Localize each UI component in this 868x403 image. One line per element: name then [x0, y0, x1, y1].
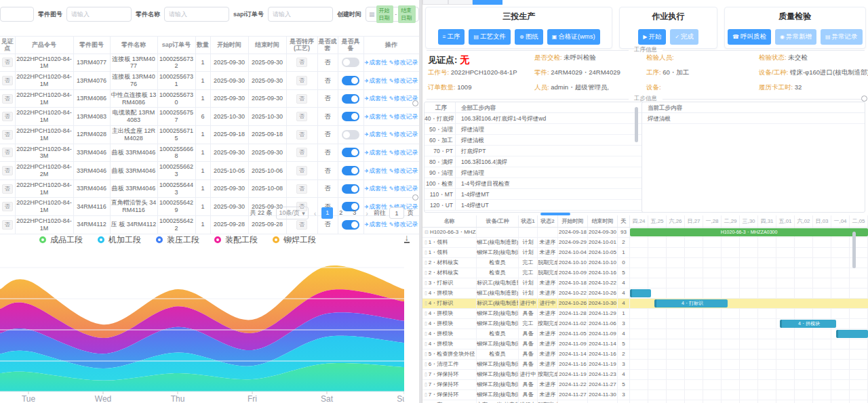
end-date-placeholder[interactable]: 结束日期	[398, 5, 416, 23]
cell-start: 2025-10-30	[210, 108, 248, 126]
ready-toggle[interactable]	[342, 148, 359, 157]
gantt-task-row[interactable]: ▯4・拼模块 铆工(核电制造部)计划 未进序2024-10-22 2024-10…	[422, 289, 630, 299]
gantt-task-row[interactable]: ▯6・清理工件 铆焊工段(核电制造部)具备 未进序2024-11-16 2024…	[422, 360, 630, 370]
gantt-task-row[interactable]: ▯3・打标识 标识工(核电制造部)计划 未进序2024-10-18 2024-1…	[422, 278, 630, 289]
gantt-bar[interactable]	[836, 330, 868, 338]
resize-handle[interactable]	[412, 100, 418, 106]
sap-order-input[interactable]	[268, 7, 333, 22]
异常新增-button[interactable]: ◉异常新增	[775, 29, 816, 45]
异常记录-button[interactable]: ▤异常记录	[821, 29, 863, 45]
page-number-2[interactable]: 2	[335, 207, 347, 219]
resize-handle[interactable]	[412, 194, 418, 200]
gantt-task-row[interactable]: ▯2・材料核实 检查员完工 脱期完成2024-10-10 2024-10-100	[422, 258, 630, 268]
legend-item[interactable]: 机加工段	[98, 234, 141, 246]
gantt-task-row[interactable]: ▯1・领料 铆焊工段(核电制造部)计划 未进序2024-10-04 2024-1…	[422, 248, 630, 258]
legend-item[interactable]: 铆焊工段	[273, 234, 316, 246]
step-row[interactable]: 60・加工焊缝清根	[425, 135, 647, 146]
cell-kit: 否	[317, 144, 338, 162]
ready-toggle[interactable]	[342, 76, 359, 85]
modify-record-link[interactable]: ✎修改记录	[389, 167, 418, 174]
kit-link[interactable]: ✈成套性	[365, 113, 388, 120]
created-date-range-picker[interactable]: ▦ 开始日期 - 结束日期	[366, 7, 419, 22]
modify-record-link[interactable]: ✎修改记录	[389, 77, 418, 84]
prev-page-button[interactable]: ‹	[312, 209, 319, 217]
ready-toggle[interactable]	[342, 166, 359, 175]
gantt-bar[interactable]: H1020-66-3・MHZZA0300	[630, 228, 868, 236]
part-drawing-no-input[interactable]	[66, 7, 132, 22]
gantt-task-row[interactable]: ▯4・打标识 标识工(核电制造部)进行中 进行中2024-10-26 2024-…	[422, 299, 630, 309]
tab-active[interactable]	[473, 0, 502, 5]
step-row[interactable]: 50・清理焊缝清理	[425, 124, 647, 135]
kit-link[interactable]: ✈成套性	[365, 221, 388, 228]
step-row[interactable]: 120・UT1-4焊缝UT	[425, 200, 647, 211]
page-number-3[interactable]: 3	[349, 207, 360, 219]
legend-item[interactable]: 装压工段	[156, 234, 199, 246]
工艺文件-button[interactable]: ▤工艺文件	[469, 29, 511, 45]
kit-link[interactable]: ✈成套性	[365, 131, 388, 137]
gantt-task-row[interactable]: ▯8・车 立车-2.5米(核电制造部)进行中 脱期完成2024-09-25 20…	[422, 400, 630, 403]
step-row[interactable]: 70・PT打底焊PT	[425, 146, 647, 156]
ready-toggle[interactable]	[342, 112, 359, 121]
gantt-bar[interactable]	[630, 289, 651, 297]
modify-record-link[interactable]: ✎修改记录	[389, 131, 418, 137]
modify-record-link[interactable]: ✎修改记录	[389, 113, 418, 120]
合格证(wms)-button[interactable]: ▣合格证(wms)	[547, 29, 600, 45]
part-name-input[interactable]	[164, 7, 229, 22]
gantt-bar[interactable]: 4・拼模块	[780, 320, 835, 328]
tab-stub-1[interactable]	[422, 0, 448, 5]
kit-link[interactable]: ✈成套性	[365, 149, 388, 156]
ready-toggle[interactable]	[342, 184, 359, 194]
step-row[interactable]: 100・检查1-4号焊缝目视检查	[425, 178, 647, 189]
gantt-task-row[interactable]: ▯5・检查拼全块外径 检查员具备 未进序2024-11-14 2024-11-1…	[422, 349, 630, 360]
modify-record-link[interactable]: ✎修改记录	[389, 185, 418, 192]
page-size-select[interactable]: 10条/页 ▾	[276, 207, 309, 219]
开始-button[interactable]: ▶开始	[638, 29, 666, 45]
filter-stub-input[interactable]	[0, 7, 34, 22]
完成-button[interactable]: ✓完成	[670, 29, 698, 45]
download-icon[interactable]: ↓	[404, 233, 410, 243]
工序-button[interactable]: ≡工序	[438, 29, 465, 45]
step-row[interactable]: 40・打底焊106.3和106.4打底焊1-4号焊缝wd	[425, 113, 647, 124]
goto-page-input[interactable]	[389, 207, 404, 219]
gantt-task-row[interactable]: ▯1・领料 铆工(核电制造部)计划 未进序2024-09-29 2024-10-…	[422, 238, 630, 248]
step-row[interactable]: 90・清理焊缝清理	[425, 167, 647, 178]
legend-item[interactable]: 装配工段	[214, 234, 258, 246]
ready-toggle[interactable]	[342, 94, 359, 104]
cell-transfer: 否	[286, 72, 317, 90]
gantt-task-row[interactable]: ▯7・焊保持环 铆焊工段(核电制造部)进行中 按期完成2024-11-19 20…	[422, 370, 630, 380]
start-date-placeholder[interactable]: 开始日期	[376, 5, 394, 23]
steps-scrollbar[interactable]	[635, 107, 638, 142]
cell-actions: ✈成套性 ✎修改记录	[363, 162, 419, 180]
ready-toggle[interactable]	[342, 130, 359, 140]
tab-stub-2[interactable]	[448, 0, 473, 5]
kit-link[interactable]: ✈成套性	[365, 77, 388, 84]
gantt-task-row[interactable]: ▯4・拼模块 检查员具备 未进序2024-11-05 2024-11-094	[422, 329, 630, 339]
gantt-task-row[interactable]: ▯7・焊保持环 铆焊工段(核电制造部)具备 未进序2024-11-22 2024…	[422, 380, 630, 390]
modify-record-link[interactable]: ✎修改记录	[389, 149, 418, 156]
gantt-task-row[interactable]: ▯7・焊保持环 铆焊工段(核电制造部)具备 未进序2024-11-27 2024…	[422, 390, 630, 400]
gantt-task-row[interactable]: ▯2・材料核实 检查员完工 脱期完成2024-10-09 2024-10-165	[422, 268, 630, 278]
modify-record-link[interactable]: ✎修改记录	[389, 59, 418, 66]
kit-link[interactable]: ✈成套性	[365, 167, 388, 174]
呼叫质检-button[interactable]: ☎呼叫质检	[728, 29, 771, 45]
legend-item[interactable]: 成品工段	[39, 234, 83, 246]
kit-link[interactable]: ✈成套性	[365, 95, 388, 102]
gantt-bar[interactable]: 4・打标识	[654, 299, 728, 307]
kit-link[interactable]: ✈成套性	[365, 185, 388, 192]
gantt-task-row[interactable]: ▯4・拼模块 铆焊工段(核电制造部)具备 未进序2024-11-28 2024-…	[422, 309, 630, 319]
ready-toggle[interactable]	[342, 220, 359, 230]
gantt-scrollbar[interactable]	[852, 232, 856, 268]
cell-end: 2025-10-08	[248, 179, 286, 198]
gantt-task-row[interactable]: ▯4・拼模块 铆焊工段(核电制造部)完工 按期完成2024-11-02 2024…	[422, 319, 630, 329]
page-number-1[interactable]: 1	[321, 207, 333, 219]
step-row[interactable]: 80・满焊106.3和106.4满焊	[425, 156, 647, 167]
modify-record-link[interactable]: ✎修改记录	[389, 221, 418, 228]
next-page-button[interactable]: ›	[363, 209, 370, 217]
图纸-button[interactable]: ⊕图纸	[515, 29, 543, 45]
resize-handle[interactable]	[861, 96, 867, 102]
gantt-task-row[interactable]: ⊟H1020-66-3・MHZZA0300 2024-09-18 2024-09…	[422, 228, 630, 238]
ready-toggle[interactable]	[342, 58, 359, 67]
kit-link[interactable]: ✈成套性	[365, 59, 388, 66]
gantt-task-row[interactable]: ▯4・拼模块 铆焊工段(核电制造部)具备 未进序2024-11-09 2024-…	[422, 339, 630, 349]
step-row[interactable]: 110・MT1-4焊缝MT	[425, 189, 647, 200]
